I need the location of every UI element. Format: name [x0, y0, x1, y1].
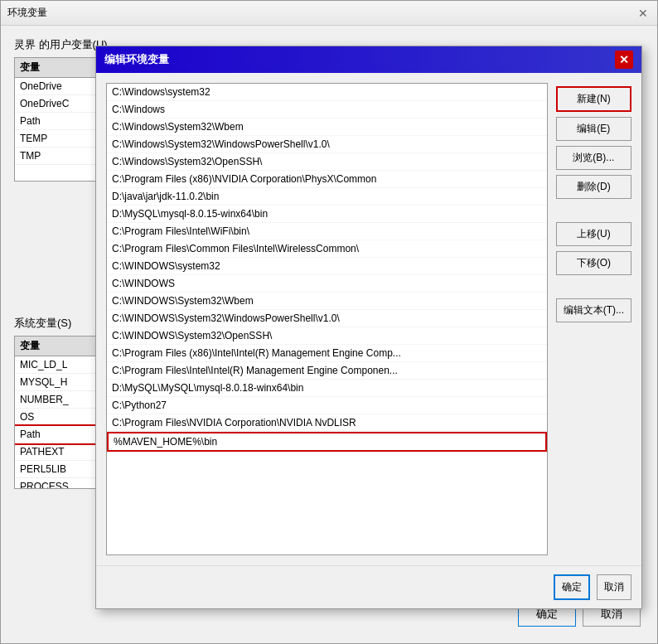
list-item[interactable]: C:\WINDOWS\System32\OpenSSH\ [107, 327, 547, 345]
list-item[interactable]: D:\MySQL\mysql-8.0.15-winx64\bin [107, 206, 547, 223]
list-item[interactable]: C:\Python27 [107, 397, 547, 414]
list-item[interactable]: C:\WINDOWS [107, 275, 547, 293]
list-item[interactable]: C:\Windows\System32\WindowsPowerShell\v1… [107, 136, 547, 153]
list-item[interactable]: C:\Program Files\Intel\Intel(R) Manageme… [107, 362, 547, 380]
list-item[interactable]: C:\WINDOWS\System32\WindowsPowerShell\v1… [107, 310, 547, 327]
modal-wrapper: 编辑环境变量 ✕ C:\Windows\system32 C:\Windows … [96, 46, 641, 608]
modal-confirm-button[interactable]: 确定 [554, 574, 590, 600]
modal-main-content: C:\Windows\system32 C:\Windows C:\Window… [96, 73, 641, 565]
modal-title: 编辑环境变量 [104, 52, 169, 67]
list-item[interactable]: C:\Windows\System32\OpenSSH\ [107, 153, 547, 171]
modal-close-button[interactable]: ✕ [615, 51, 633, 69]
list-item[interactable]: C:\Windows\system32 [107, 84, 547, 101]
list-item[interactable]: C:\Program Files\Intel\WiFi\bin\ [107, 223, 547, 240]
edit-text-button[interactable]: 编辑文本(T)... [556, 298, 631, 322]
bg-close-button[interactable]: ✕ [636, 6, 651, 21]
move-down-button[interactable]: 下移(O) [556, 251, 631, 275]
list-item[interactable]: C:\Windows [107, 101, 547, 119]
list-item[interactable]: C:\Windows\System32\Wbem [107, 119, 547, 136]
list-item[interactable]: C:\WINDOWS\System32\Wbem [107, 293, 547, 310]
list-item[interactable]: C:\Program Files\Common Files\Intel\Wire… [107, 240, 547, 258]
bg-title-bar: 环境变量 ✕ [1, 1, 657, 26]
modal-title-bar: 编辑环境变量 ✕ [96, 46, 641, 73]
list-item[interactable]: D:\java\jar\jdk-11.0.2\bin [107, 188, 547, 206]
bg-window-title: 环境变量 [7, 6, 47, 20]
list-item[interactable]: D:\MySQL\MySQL\mysql-8.0.18-winx64\bin [107, 380, 547, 397]
delete-button[interactable]: 删除(D) [556, 175, 631, 199]
new-button[interactable]: 新建(N) [556, 86, 631, 112]
list-item[interactable]: C:\WINDOWS\system32 [107, 258, 547, 275]
spacer [556, 280, 631, 293]
list-item[interactable]: C:\Program Files\NVIDIA Corporation\NVID… [107, 414, 547, 432]
edit-button[interactable]: 编辑(E) [556, 117, 631, 141]
spacer [556, 204, 631, 217]
modal-cancel-button[interactable]: 取消 [597, 574, 631, 600]
list-item[interactable]: C:\Program Files (x86)\Intel\Intel(R) Ma… [107, 345, 547, 362]
path-listbox[interactable]: C:\Windows\system32 C:\Windows C:\Window… [106, 83, 548, 555]
list-item[interactable]: C:\Program Files (x86)\NVIDIA Corporatio… [107, 171, 547, 188]
move-up-button[interactable]: 上移(U) [556, 222, 631, 246]
right-buttons-panel: 新建(N) 编辑(E) 浏览(B)... 删除(D) 上移(U) 下移(O) 编… [556, 83, 631, 555]
edit-env-modal: 编辑环境变量 ✕ C:\Windows\system32 C:\Windows … [95, 46, 642, 609]
path-item-selected[interactable]: %MAVEN_HOME%\bin [107, 432, 547, 452]
browse-button[interactable]: 浏览(B)... [556, 146, 631, 170]
modal-bottom-buttons: 确定 取消 [96, 565, 641, 608]
